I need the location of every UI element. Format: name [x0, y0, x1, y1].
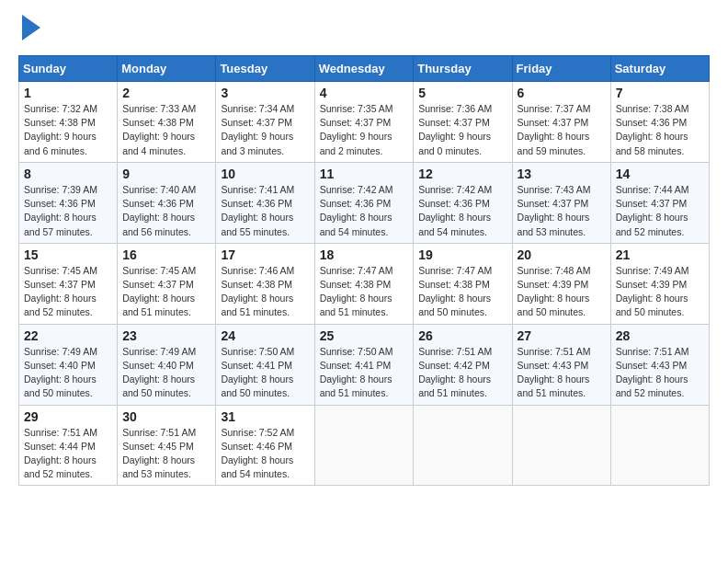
calendar-cell: 21Sunrise: 7:49 AMSunset: 4:39 PMDayligh… [610, 243, 709, 324]
cell-info: Sunrise: 7:47 AMSunset: 4:38 PMDaylight:… [320, 264, 409, 320]
calendar-cell: 5Sunrise: 7:36 AMSunset: 4:37 PMDaylight… [414, 82, 512, 163]
day-number: 8 [24, 167, 112, 181]
col-header-monday: Monday [118, 56, 216, 82]
calendar-cell: 27Sunrise: 7:51 AMSunset: 4:43 PMDayligh… [512, 324, 610, 405]
calendar-cell: 19Sunrise: 7:47 AMSunset: 4:38 PMDayligh… [414, 243, 512, 324]
calendar-cell: 16Sunrise: 7:45 AMSunset: 4:37 PMDayligh… [118, 243, 216, 324]
day-number: 29 [24, 409, 112, 424]
calendar-cell: 29Sunrise: 7:51 AMSunset: 4:44 PMDayligh… [19, 405, 118, 486]
calendar-cell: 3Sunrise: 7:34 AMSunset: 4:37 PMDaylight… [216, 82, 314, 163]
calendar-cell: 28Sunrise: 7:51 AMSunset: 4:43 PMDayligh… [610, 324, 709, 405]
calendar-cell: 31Sunrise: 7:52 AMSunset: 4:46 PMDayligh… [216, 405, 314, 486]
calendar-cell: 10Sunrise: 7:41 AMSunset: 4:36 PMDayligh… [216, 162, 314, 243]
day-number: 20 [518, 247, 606, 262]
calendar-cell: 26Sunrise: 7:51 AMSunset: 4:42 PMDayligh… [414, 324, 512, 405]
calendar-cell: 4Sunrise: 7:35 AMSunset: 4:37 PMDaylight… [314, 82, 414, 163]
cell-info: Sunrise: 7:51 AMSunset: 4:43 PMDaylight:… [616, 345, 704, 401]
calendar-cell [512, 405, 610, 486]
cell-info: Sunrise: 7:45 AMSunset: 4:37 PMDaylight:… [24, 264, 112, 320]
day-number: 13 [518, 167, 606, 181]
cell-info: Sunrise: 7:46 AMSunset: 4:38 PMDaylight:… [221, 264, 309, 320]
calendar-cell: 12Sunrise: 7:42 AMSunset: 4:36 PMDayligh… [414, 162, 512, 243]
cell-info: Sunrise: 7:51 AMSunset: 4:45 PMDaylight:… [122, 426, 210, 482]
day-number: 3 [221, 86, 309, 100]
day-number: 23 [122, 328, 210, 343]
day-number: 19 [418, 247, 506, 262]
calendar-cell: 13Sunrise: 7:43 AMSunset: 4:37 PMDayligh… [512, 162, 610, 243]
cell-info: Sunrise: 7:49 AMSunset: 4:39 PMDaylight:… [616, 264, 704, 320]
day-number: 16 [122, 247, 210, 262]
calendar-week-4: 22Sunrise: 7:49 AMSunset: 4:40 PMDayligh… [19, 324, 710, 405]
calendar-week-2: 8Sunrise: 7:39 AMSunset: 4:36 PMDaylight… [19, 162, 710, 243]
day-number: 22 [24, 328, 112, 343]
calendar-cell: 23Sunrise: 7:49 AMSunset: 4:40 PMDayligh… [118, 324, 216, 405]
cell-info: Sunrise: 7:44 AMSunset: 4:37 PMDaylight:… [616, 183, 704, 239]
day-number: 12 [418, 167, 506, 181]
cell-info: Sunrise: 7:51 AMSunset: 4:43 PMDaylight:… [518, 345, 606, 401]
day-number: 24 [221, 328, 309, 343]
cell-info: Sunrise: 7:33 AMSunset: 4:38 PMDaylight:… [122, 102, 210, 158]
day-number: 30 [122, 409, 210, 424]
calendar-week-5: 29Sunrise: 7:51 AMSunset: 4:44 PMDayligh… [19, 405, 710, 486]
col-header-sunday: Sunday [19, 56, 118, 82]
day-number: 2 [122, 86, 210, 100]
cell-info: Sunrise: 7:49 AMSunset: 4:40 PMDaylight:… [24, 345, 112, 401]
cell-info: Sunrise: 7:43 AMSunset: 4:37 PMDaylight:… [518, 183, 606, 239]
calendar-cell: 20Sunrise: 7:48 AMSunset: 4:39 PMDayligh… [512, 243, 610, 324]
day-number: 26 [418, 328, 506, 343]
cell-info: Sunrise: 7:51 AMSunset: 4:44 PMDaylight:… [24, 426, 112, 482]
cell-info: Sunrise: 7:50 AMSunset: 4:41 PMDaylight:… [320, 345, 409, 401]
day-number: 15 [24, 247, 112, 262]
calendar-cell: 7Sunrise: 7:38 AMSunset: 4:36 PMDaylight… [610, 82, 709, 163]
col-header-thursday: Thursday [414, 56, 512, 82]
calendar-cell: 14Sunrise: 7:44 AMSunset: 4:37 PMDayligh… [610, 162, 709, 243]
calendar-cell: 18Sunrise: 7:47 AMSunset: 4:38 PMDayligh… [314, 243, 414, 324]
page-header [18, 18, 710, 40]
cell-info: Sunrise: 7:51 AMSunset: 4:42 PMDaylight:… [418, 345, 506, 401]
calendar-table: SundayMondayTuesdayWednesdayThursdayFrid… [18, 55, 710, 486]
calendar-cell: 30Sunrise: 7:51 AMSunset: 4:45 PMDayligh… [118, 405, 216, 486]
day-number: 17 [221, 247, 309, 262]
cell-info: Sunrise: 7:42 AMSunset: 4:36 PMDaylight:… [418, 183, 506, 239]
calendar-cell: 25Sunrise: 7:50 AMSunset: 4:41 PMDayligh… [314, 324, 414, 405]
day-number: 28 [616, 328, 704, 343]
day-number: 9 [122, 167, 210, 181]
calendar-cell: 11Sunrise: 7:42 AMSunset: 4:36 PMDayligh… [314, 162, 414, 243]
day-number: 18 [320, 247, 409, 262]
cell-info: Sunrise: 7:37 AMSunset: 4:37 PMDaylight:… [518, 102, 606, 158]
day-number: 25 [320, 328, 409, 343]
calendar-cell [414, 405, 512, 486]
cell-info: Sunrise: 7:49 AMSunset: 4:40 PMDaylight:… [122, 345, 210, 401]
calendar-cell: 1Sunrise: 7:32 AMSunset: 4:38 PMDaylight… [19, 82, 118, 163]
day-number: 27 [518, 328, 606, 343]
day-number: 31 [221, 409, 309, 424]
cell-info: Sunrise: 7:47 AMSunset: 4:38 PMDaylight:… [418, 264, 506, 320]
col-header-tuesday: Tuesday [216, 56, 314, 82]
day-number: 10 [221, 167, 309, 181]
cell-info: Sunrise: 7:40 AMSunset: 4:36 PMDaylight:… [122, 183, 210, 239]
cell-info: Sunrise: 7:48 AMSunset: 4:39 PMDaylight:… [518, 264, 606, 320]
calendar-cell [610, 405, 709, 486]
calendar-cell: 24Sunrise: 7:50 AMSunset: 4:41 PMDayligh… [216, 324, 314, 405]
cell-info: Sunrise: 7:41 AMSunset: 4:36 PMDaylight:… [221, 183, 309, 239]
calendar-cell: 9Sunrise: 7:40 AMSunset: 4:36 PMDaylight… [118, 162, 216, 243]
logo-arrow-icon [22, 15, 40, 40]
col-header-friday: Friday [512, 56, 610, 82]
cell-info: Sunrise: 7:42 AMSunset: 4:36 PMDaylight:… [320, 183, 409, 239]
cell-info: Sunrise: 7:39 AMSunset: 4:36 PMDaylight:… [24, 183, 112, 239]
cell-info: Sunrise: 7:36 AMSunset: 4:37 PMDaylight:… [418, 102, 506, 158]
calendar-cell: 2Sunrise: 7:33 AMSunset: 4:38 PMDaylight… [118, 82, 216, 163]
calendar-cell [314, 405, 414, 486]
calendar-cell: 22Sunrise: 7:49 AMSunset: 4:40 PMDayligh… [19, 324, 118, 405]
cell-info: Sunrise: 7:38 AMSunset: 4:36 PMDaylight:… [616, 102, 704, 158]
logo [18, 18, 40, 40]
day-number: 5 [418, 86, 506, 100]
day-number: 11 [320, 167, 409, 181]
cell-info: Sunrise: 7:32 AMSunset: 4:38 PMDaylight:… [24, 102, 112, 158]
cell-info: Sunrise: 7:50 AMSunset: 4:41 PMDaylight:… [221, 345, 309, 401]
cell-info: Sunrise: 7:52 AMSunset: 4:46 PMDaylight:… [221, 426, 309, 482]
col-header-saturday: Saturday [610, 56, 709, 82]
cell-info: Sunrise: 7:45 AMSunset: 4:37 PMDaylight:… [122, 264, 210, 320]
day-number: 4 [320, 86, 409, 100]
cell-info: Sunrise: 7:34 AMSunset: 4:37 PMDaylight:… [221, 102, 309, 158]
